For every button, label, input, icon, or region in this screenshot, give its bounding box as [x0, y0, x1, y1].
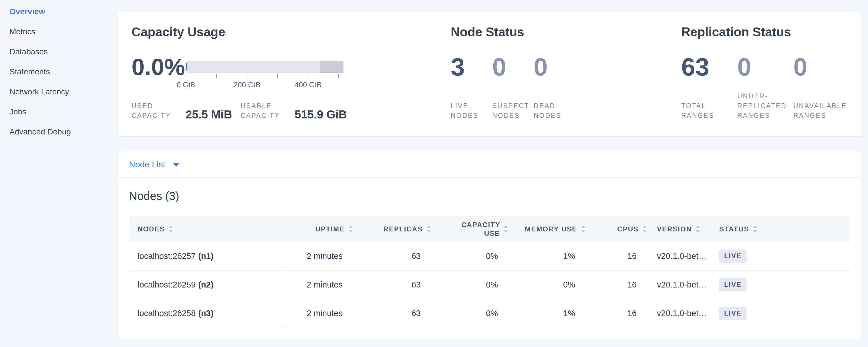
capacity-bar — [186, 61, 343, 73]
sort-icon[interactable] — [642, 225, 647, 232]
axis-tick — [247, 74, 247, 78]
axis-tick-label: 0 GiB — [177, 81, 195, 89]
sidebar-item-network-latency[interactable]: Network Latency — [9, 82, 118, 102]
sort-icon[interactable] — [753, 225, 757, 232]
sort-asc-icon — [753, 225, 757, 228]
capacity-bar-other-segment — [320, 61, 343, 73]
status-badge: LIVE — [719, 307, 746, 320]
sort-desc-icon — [753, 230, 757, 232]
node-address-link[interactable]: localhost:26257 — [137, 251, 196, 261]
node-address-link[interactable]: localhost:26259 — [137, 280, 196, 289]
total-ranges-value: 63 — [681, 53, 737, 81]
sort-desc-icon — [581, 230, 585, 232]
sort-icon[interactable] — [348, 225, 353, 232]
table-row[interactable]: localhost:26257 (n1) 2 minutes 63 0% 1% … — [129, 242, 850, 271]
node-address-cell: localhost:26257 (n1) — [129, 242, 282, 270]
total-ranges-stat: 63 TOTAL RANGES — [681, 53, 737, 120]
sort-asc-icon — [168, 225, 173, 228]
suspect-nodes-value: 0 — [492, 53, 534, 81]
sort-asc-icon — [348, 225, 353, 228]
replication-status-panel: Replication Status 63 TOTAL RANGES 0 UND… — [681, 25, 861, 136]
status-badge: LIVE — [719, 249, 746, 263]
sidebar-item-statements[interactable]: Statements — [9, 62, 118, 82]
sidebar-item-metrics[interactable]: Metrics — [9, 22, 118, 42]
sort-asc-icon — [581, 225, 585, 228]
node-list-dropdown[interactable]: Node List — [118, 151, 861, 178]
header-cell-memory-use[interactable]: MEMORY USE — [508, 216, 585, 242]
under-replicated-ranges-stat: 0 UNDER-REPLICATED RANGES — [737, 53, 793, 120]
header-label-memory-use: MEMORY USE — [525, 225, 577, 233]
table-row[interactable]: localhost:26258 (n3) 2 minutes 63 0% 1% … — [129, 299, 850, 328]
caret-down-icon[interactable] — [173, 163, 179, 167]
capacity-axis-labels: 0 GiB200 GiB400 GiB — [186, 81, 343, 89]
header-cell-uptime[interactable]: UPTIME — [282, 216, 353, 242]
uptime-cell: 2 minutes — [282, 299, 353, 327]
uptime-cell: 2 minutes — [282, 242, 353, 270]
capacity-use-cell: 0% — [431, 242, 508, 270]
sort-asc-icon — [695, 225, 700, 228]
nodes-table: NODES UPTIME REPLICAS CAPACITY USE — [129, 216, 850, 328]
replicas-cell: 63 — [353, 242, 431, 270]
memory-use-cell: 1% — [508, 242, 585, 270]
node-id: (n1) — [198, 251, 213, 261]
header-cell-version[interactable]: VERSION — [647, 216, 708, 242]
node-status-panel: Node Status 3 LIVE NODES 0 SUSPECT NODES… — [451, 25, 681, 136]
node-id: (n2) — [198, 280, 213, 289]
header-label-uptime: UPTIME — [315, 225, 345, 233]
sidebar-item-databases[interactable]: Databases — [9, 42, 118, 62]
sort-icon[interactable] — [695, 225, 700, 232]
status-badge: LIVE — [719, 278, 746, 291]
unavailable-ranges-label: UNAVAILABLE RANGES — [793, 101, 847, 120]
header-label-replicas: REPLICAS — [383, 225, 423, 233]
unavailable-ranges-value: 0 — [793, 53, 849, 81]
table-row[interactable]: localhost:26259 (n2) 2 minutes 63 0% 0% … — [129, 271, 850, 299]
axis-tick-label: 200 GiB — [234, 81, 260, 89]
node-list-dropdown-label: Node List — [129, 160, 165, 169]
capacity-bar-block: 0 GiB200 GiB400 GiB — [186, 61, 343, 89]
header-cell-capacity-use[interactable]: CAPACITY USE — [431, 216, 508, 242]
node-address-link[interactable]: localhost:26258 — [137, 309, 196, 318]
header-cell-nodes[interactable]: NODES — [129, 216, 282, 242]
status-cell: LIVE — [708, 299, 850, 327]
sidebar-item-jobs[interactable]: Jobs — [9, 102, 118, 122]
status-cell: LIVE — [708, 271, 850, 299]
header-label-version: VERSION — [657, 225, 692, 233]
cluster-summary-card: Capacity Usage 0.0% 0 GiB200 GiB400 GiB — [118, 11, 861, 137]
header-cell-replicas[interactable]: REPLICAS — [353, 216, 431, 242]
sort-asc-icon — [504, 225, 508, 228]
header-label-nodes: NODES — [137, 225, 165, 233]
version-cell: v20.1.0-bet… — [647, 271, 708, 299]
node-address-cell: localhost:26259 (n2) — [129, 271, 282, 299]
sort-icon[interactable] — [504, 225, 508, 232]
replicas-cell: 63 — [353, 299, 431, 327]
sort-icon[interactable] — [168, 225, 173, 232]
live-nodes-value: 3 — [451, 53, 492, 81]
axis-tick — [277, 74, 278, 78]
header-label-status: STATUS — [719, 225, 749, 233]
sort-icon[interactable] — [427, 225, 431, 232]
sort-icon[interactable] — [581, 225, 585, 232]
axis-tick — [216, 74, 217, 78]
uptime-cell: 2 minutes — [282, 271, 353, 299]
node-list-card: Node List Nodes (3) NODES UPTIME REPLICA… — [118, 151, 861, 339]
usable-capacity-value: 515.9 GiB — [294, 108, 347, 120]
node-status-title: Node Status — [451, 25, 681, 39]
sort-desc-icon — [642, 230, 647, 232]
cpus-cell: 16 — [585, 299, 647, 327]
header-label-capacity-use: CAPACITY USE — [461, 221, 500, 238]
capacity-bar-used-segment — [186, 63, 187, 70]
header-cell-status[interactable]: STATUS — [708, 216, 850, 242]
total-ranges-label: TOTAL RANGES — [681, 101, 732, 120]
header-label-cpus: CPUS — [617, 225, 639, 233]
node-address-cell: localhost:26258 (n3) — [129, 299, 282, 327]
sidebar-item-overview[interactable]: Overview — [9, 2, 118, 22]
capacity-use-cell: 0% — [431, 271, 508, 299]
usable-capacity-stat: USABLE CAPACITY 515.9 GiB — [241, 101, 347, 120]
cpus-cell: 16 — [585, 271, 647, 299]
capacity-usage-title: Capacity Usage — [131, 25, 451, 39]
live-nodes-stat: 3 LIVE NODES — [451, 53, 492, 120]
header-cell-cpus[interactable]: CPUS — [585, 216, 647, 242]
memory-use-cell: 0% — [508, 271, 585, 299]
sidebar-item-advanced-debug[interactable]: Advanced Debug — [9, 122, 118, 142]
sort-desc-icon — [427, 230, 431, 232]
